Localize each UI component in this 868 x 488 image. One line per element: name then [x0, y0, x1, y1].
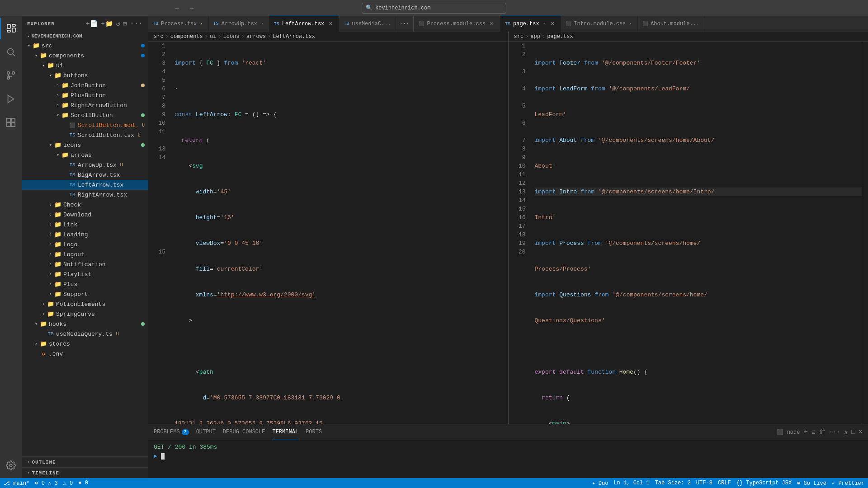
delete-terminal-button[interactable]: 🗑 [819, 428, 826, 436]
right-editor-scroll[interactable]: 1 2 3 4 5 6 7 8 9 10 [509, 42, 868, 424]
panel-tab-ports[interactable]: PORTS [306, 424, 322, 440]
tree-item-ScrollButton[interactable]: ▾ 📁 ScrollButton [22, 110, 148, 120]
breadcrumb-file[interactable]: LeftArrow.tsx [273, 33, 315, 40]
tree-item-ArrowUp-tsx[interactable]: › TS ArrowUp.tsx U [22, 160, 148, 170]
breadcrumb-app[interactable]: app [530, 33, 540, 40]
breadcrumb-ui[interactable]: ui [210, 33, 216, 40]
tab-close-button[interactable]: × [327, 20, 334, 28]
status-encoding[interactable]: UTF-8 [696, 480, 712, 486]
breadcrumb-page[interactable]: page.tsx [547, 33, 573, 40]
close-panel-button[interactable]: × [859, 428, 863, 436]
nav-forward-button[interactable]: → [186, 3, 197, 14]
activity-extensions[interactable] [0, 112, 22, 133]
chevron-down-icon: ▾ [33, 52, 40, 59]
tree-item-RightArrow-tsx[interactable]: › TS RightArrow.tsx [22, 190, 148, 200]
tab-Process-module-css[interactable]: ⬛ Process.module.css × [414, 16, 500, 32]
tree-item-PlusButton[interactable]: › 📁 PlusButton [22, 90, 148, 100]
svg-rect-3 [7, 30, 10, 32]
status-branch[interactable]: ⎇ main* [4, 480, 29, 487]
tab-close-button[interactable]: × [488, 20, 495, 28]
more-icon[interactable]: ··· [130, 20, 143, 28]
terminal-content[interactable]: GET / 200 in 385ms ▶ [148, 440, 868, 478]
status-line-ending[interactable]: CRLF [718, 480, 731, 486]
tree-item-icons[interactable]: ▾ 📁 icons [22, 140, 148, 150]
tree-item-MotionElements[interactable]: › 📁 MotionElements [22, 299, 148, 309]
activity-debug[interactable] [0, 88, 22, 110]
tree-item-env[interactable]: › ⚙ .env [22, 349, 148, 359]
tab-Process-tsx[interactable]: TS Process.tsx · [148, 16, 209, 32]
more-actions-button[interactable]: ··· [829, 428, 840, 436]
tab-About-module[interactable]: ⬛ About.module... [638, 16, 704, 32]
tree-item-Support[interactable]: › 📁 Support [22, 289, 148, 299]
tree-item-Check[interactable]: › 📁 Check [22, 200, 148, 210]
status-prettier[interactable]: ✓ Prettier [832, 480, 864, 487]
minimize-panel-button[interactable]: ∧ [844, 428, 848, 436]
tree-item-Download[interactable]: › 📁 Download [22, 210, 148, 220]
split-terminal-button[interactable]: ⊟ [811, 428, 815, 436]
titlebar-search[interactable]: 🔍 kevinheinrich.com [362, 3, 506, 14]
tab-Intro-module-css[interactable]: ⬛ Intro.module.css · [561, 16, 638, 32]
activity-settings[interactable] [0, 455, 22, 476]
tree-item-Link[interactable]: › 📁 Link [22, 220, 148, 230]
refresh-icon[interactable]: ↺ [116, 20, 120, 28]
tree-item-Loading[interactable]: › 📁 Loading [22, 230, 148, 239]
status-info[interactable]: ♦ 0 [78, 480, 88, 486]
tab-ArrowUp-tsx[interactable]: TS ArrowUp.tsx · [209, 16, 269, 32]
activity-search[interactable] [0, 41, 22, 63]
root-section[interactable]: ▾ KEVINHEINRICH.COM [22, 32, 148, 41]
tree-item-JoinButton[interactable]: › 📁 JoinButton [22, 80, 148, 90]
tree-item-BigArrow-tsx[interactable]: › TS BigArrow.tsx [22, 170, 148, 180]
status-language[interactable]: {} TypeScript JSX [736, 480, 792, 486]
tree-item-Notification[interactable]: › 📁 Notification [22, 259, 148, 269]
tab-useMediaC[interactable]: TS useMediaC... [339, 16, 396, 32]
tree-item-Plus[interactable]: › 📁 Plus [22, 279, 148, 289]
timeline-section[interactable]: › TIMELINE [22, 467, 148, 478]
status-warnings[interactable]: ⚠ 0 [63, 480, 73, 487]
breadcrumb-src2[interactable]: src [514, 33, 524, 40]
tree-item-stores[interactable]: › 📁 stores [22, 339, 148, 349]
tab-page-tsx[interactable]: TS page.tsx · × [500, 16, 561, 32]
add-terminal-button[interactable]: + [803, 428, 808, 436]
breadcrumb-src[interactable]: src [154, 33, 164, 40]
panel-tab-terminal[interactable]: TERMINAL [272, 424, 298, 440]
breadcrumb-icons[interactable]: icons [223, 33, 240, 40]
panel-tab-problems[interactable]: PROBLEMS 3 [154, 424, 189, 440]
status-errors[interactable]: ⊗ 0 △ 3 [35, 480, 57, 487]
tree-item-src[interactable]: ▾ 📁 src [22, 41, 148, 51]
status-tab-size[interactable]: Tab Size: 2 [655, 480, 691, 486]
tree-item-buttons[interactable]: ▾ 📁 buttons [22, 70, 148, 80]
tree-item-LeftArrow-tsx[interactable]: › TS LeftArrow.tsx [22, 180, 148, 190]
status-duo[interactable]: ✦ Duo [592, 480, 608, 487]
tab-LeftArrow-tsx[interactable]: TS LeftArrow.tsx × [269, 16, 340, 32]
collapse-icon[interactable]: ⊟ [123, 20, 127, 28]
tree-item-Logo[interactable]: › 📁 Logo [22, 239, 148, 249]
tree-item-useMediaQuery-ts[interactable]: › TS useMediaQuery.ts U [22, 329, 148, 339]
tree-item-hooks[interactable]: ▾ 📁 hooks [22, 319, 148, 329]
maximize-panel-button[interactable]: □ [851, 428, 855, 436]
panel-tab-debug-console[interactable]: DEBUG CONSOLE [223, 424, 265, 440]
status-go-live[interactable]: ⊕ Go Live [797, 480, 826, 487]
tree-item-Logout[interactable]: › 📁 Logout [22, 249, 148, 259]
activity-explorer[interactable] [0, 18, 22, 39]
status-cursor-pos[interactable]: Ln 1, Col 1 [613, 480, 649, 486]
tab-more-left[interactable]: ··· [396, 16, 414, 32]
tree-item-RightArrowButton[interactable]: › 📁 RightArrowButton [22, 100, 148, 110]
new-folder-icon[interactable]: +📁 [101, 20, 113, 28]
left-editor-scroll[interactable]: 1 2 3 4 5 6 7 8 9 10 11 13 14 [148, 42, 508, 424]
tree-item-arrows[interactable]: ▾ 📁 arrows [22, 150, 148, 160]
panel-tab-output[interactable]: OUTPUT [196, 424, 216, 440]
tree-item-ScrollButton-module-css[interactable]: › ⬛ ScrollButton.module.css U [22, 120, 148, 130]
tree-item-PlayList[interactable]: › 📁 PlayList [22, 269, 148, 279]
tree-item-ScrollButton-tsx[interactable]: › TS ScrollButton.tsx U [22, 130, 148, 140]
new-file-icon[interactable]: +📄 [86, 20, 98, 28]
breadcrumb-components[interactable]: components [170, 33, 203, 40]
activity-git[interactable] [0, 65, 22, 86]
breadcrumb-arrows[interactable]: arrows [246, 33, 266, 40]
chevron-right-icon: › [47, 211, 54, 218]
tree-item-ui[interactable]: ▾ 📁 ui [22, 61, 148, 70]
outline-section[interactable]: › OUTLINE [22, 456, 148, 467]
nav-back-button[interactable]: ← [172, 3, 183, 14]
tree-item-SpringCurve[interactable]: › 📁 SpringCurve [22, 309, 148, 319]
tree-item-components[interactable]: ▾ 📁 components [22, 51, 148, 61]
tab-close-button[interactable]: × [549, 20, 556, 28]
